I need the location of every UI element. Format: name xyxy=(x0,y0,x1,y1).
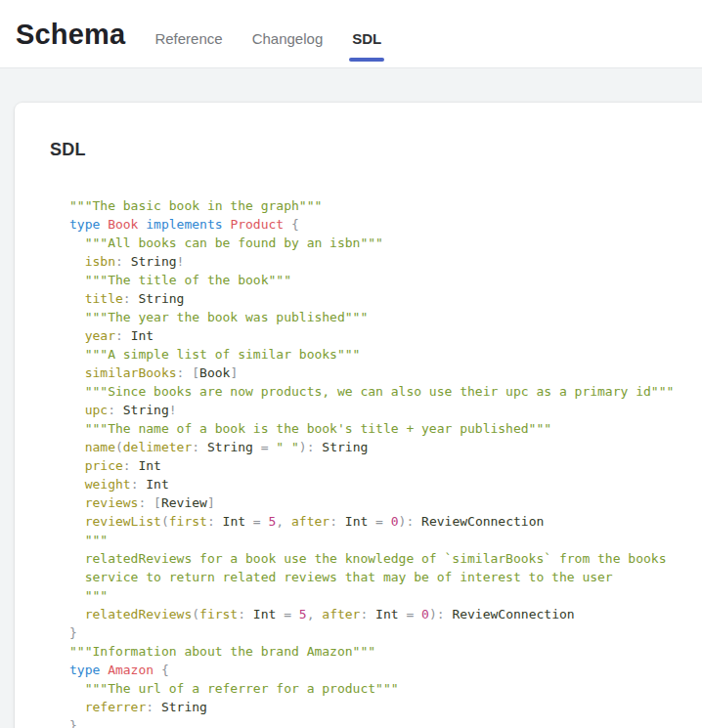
code-line: relatedReviews for a book use the knowle… xyxy=(69,549,702,568)
code-line: """Since books are now products, we can … xyxy=(69,382,702,401)
code-line: """Information about the brand Amazon""" xyxy=(69,642,702,661)
code-line: """The url of a referrer for a product""… xyxy=(69,679,702,698)
content-area: SDL """The basic book in the graph"""typ… xyxy=(0,68,702,728)
code-line: weight: Int xyxy=(69,475,702,493)
code-line: service to return related reviews that m… xyxy=(69,568,702,586)
tab-sdl[interactable]: SDL xyxy=(352,30,381,47)
code-line: type Amazon { xyxy=(69,661,702,679)
tab-reference[interactable]: Reference xyxy=(154,30,222,47)
tab-sdl-label: SDL xyxy=(352,30,381,47)
code-line: """All books can be found by an isbn""" xyxy=(69,234,702,252)
page-title: Schema xyxy=(16,0,125,68)
code-line: } xyxy=(69,716,702,728)
code-line: isbn: String! xyxy=(69,252,702,271)
code-line: """The basic book in the graph""" xyxy=(69,196,702,215)
code-line: reviewList(first: Int = 5, after: Int = … xyxy=(69,512,702,531)
code-line: type Book implements Product { xyxy=(69,215,702,234)
tab-changelog[interactable]: Changelog xyxy=(252,30,324,47)
code-line: name(delimeter: String = " "): String xyxy=(69,438,702,456)
code-line: """The year the book was published""" xyxy=(69,308,702,326)
code-line: } xyxy=(69,623,702,642)
code-line: """A simple list of similar books""" xyxy=(69,345,702,364)
code-line: price: Int xyxy=(69,456,702,475)
active-tab-underline xyxy=(349,58,384,62)
code-line: title: String xyxy=(69,289,702,308)
code-line: referrer: String xyxy=(69,698,702,716)
sdl-code-block: """The basic book in the graph"""type Bo… xyxy=(69,196,702,728)
code-line: """ xyxy=(69,531,702,549)
app-header: Schema Reference Changelog SDL xyxy=(0,0,702,68)
code-line: """The name of a book is the book's titl… xyxy=(69,419,702,438)
sdl-card: SDL """The basic book in the graph"""typ… xyxy=(15,103,702,728)
code-line: relatedReviews(first: Int = 5, after: In… xyxy=(69,605,702,623)
tab-bar: Reference Changelog SDL xyxy=(154,30,411,47)
code-line: upc: String! xyxy=(69,401,702,419)
code-line: reviews: [Review] xyxy=(69,493,702,512)
code-line: year: Int xyxy=(69,326,702,345)
code-line: """The title of the book""" xyxy=(69,271,702,289)
code-line: """ xyxy=(69,586,702,605)
code-line: similarBooks: [Book] xyxy=(69,364,702,382)
sdl-heading: SDL xyxy=(50,140,702,160)
